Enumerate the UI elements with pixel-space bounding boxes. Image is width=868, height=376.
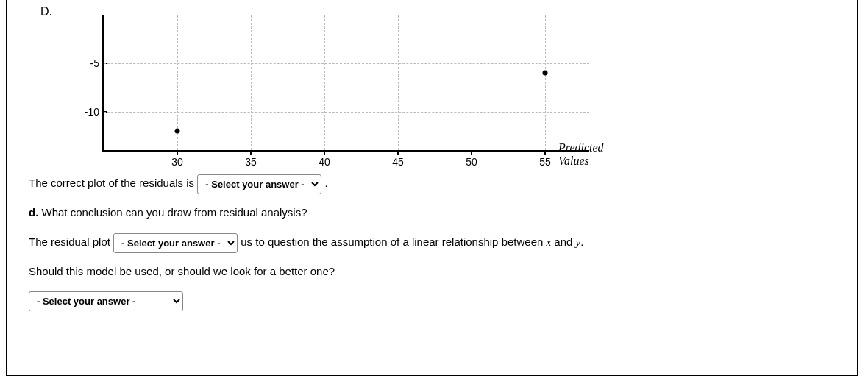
part-d-label: d.	[29, 206, 38, 219]
x-axis-label: Predicted Values	[558, 141, 604, 168]
text-residual-pre: The residual plot	[29, 235, 110, 248]
text-and: and	[554, 235, 572, 248]
xtick-50: 50	[466, 156, 477, 168]
gridline-v	[324, 15, 325, 150]
var-x: x	[547, 236, 552, 248]
data-point	[175, 129, 180, 134]
ytick-neg5: -5	[71, 57, 99, 69]
plot-area: 30 35 40 45 50 55 Predicted Values	[102, 15, 589, 152]
xtick-30: 30	[171, 156, 183, 168]
xtick-45: 45	[392, 156, 404, 168]
xtick-40: 40	[319, 156, 330, 168]
select-model-use[interactable]: - Select your answer -	[29, 291, 183, 311]
xtick-55: 55	[539, 156, 551, 168]
text-model-question: Should this model be used, or should we …	[29, 265, 335, 277]
ytick-neg10: -10	[71, 106, 99, 118]
part-d-text: What conclusion can you draw from residu…	[42, 206, 307, 219]
select-correct-plot[interactable]: - Select your answer -	[197, 174, 321, 194]
xtick-mark	[544, 150, 546, 155]
gridline-v	[472, 15, 472, 150]
select-residual-plot[interactable]: - Select your answer -	[113, 233, 238, 253]
xtick-mark	[397, 150, 399, 155]
data-point	[543, 71, 548, 76]
gridline-v	[251, 15, 252, 150]
residual-scatter-chart: -5 -10 30	[71, 15, 850, 163]
xtick-mark	[471, 150, 472, 155]
text-period: .	[324, 177, 327, 189]
xtick-mark	[324, 150, 325, 155]
gridline-v	[545, 15, 546, 150]
text-residual-post: us to question the assumption of a linea…	[241, 235, 543, 248]
gridline-h	[104, 112, 589, 113]
xtick-mark	[250, 150, 252, 155]
gridline-h	[104, 63, 589, 64]
xtick-35: 35	[245, 156, 257, 168]
text-correct-plot: The correct plot of the residuals is	[29, 177, 194, 189]
xtick-mark	[177, 150, 178, 155]
text-period2: .	[580, 235, 583, 248]
gridline-v	[398, 15, 399, 150]
